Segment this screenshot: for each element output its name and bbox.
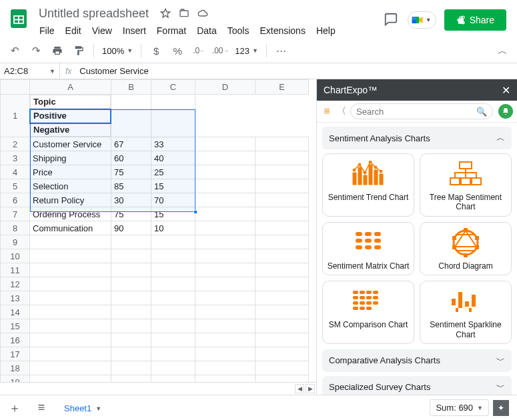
menu-file[interactable]: File	[35, 23, 59, 38]
row-header[interactable]: 7	[1, 207, 30, 221]
sheet-tab[interactable]: Sheet1 ▼	[56, 395, 109, 421]
row-header[interactable]: 10	[1, 249, 30, 263]
cell[interactable]	[195, 179, 255, 193]
search-input[interactable]	[356, 107, 474, 117]
meet-button[interactable]: ▼	[408, 11, 436, 29]
row-header[interactable]: 18	[1, 361, 30, 375]
row-header[interactable]: 5	[1, 179, 30, 193]
cell[interactable]: 33	[151, 137, 195, 151]
row-header[interactable]: 2	[1, 137, 30, 151]
cell[interactable]	[255, 193, 309, 207]
cell[interactable]: Negative	[30, 123, 111, 137]
menu-data[interactable]: Data	[192, 23, 221, 38]
col-header[interactable]: B	[111, 80, 151, 95]
comments-icon[interactable]	[384, 12, 400, 28]
cell[interactable]	[111, 95, 151, 137]
menu-insert[interactable]: Insert	[118, 23, 151, 38]
increase-decimal-icon[interactable]: .00→	[211, 41, 229, 60]
row-header[interactable]: 6	[1, 193, 30, 207]
star-icon[interactable]	[159, 7, 171, 19]
row-header[interactable]: 3	[1, 151, 30, 165]
cell[interactable]: Topic	[30, 95, 111, 109]
menu-extensions[interactable]: Extensions	[255, 23, 310, 38]
cell[interactable]	[255, 137, 309, 151]
scroll-left-icon[interactable]: ◀	[295, 384, 304, 393]
number-format-select[interactable]: 123▼	[232, 46, 261, 56]
zoom-select[interactable]: 100%▼	[99, 46, 135, 56]
print-icon[interactable]	[48, 41, 67, 60]
cell[interactable]	[255, 151, 309, 165]
cell[interactable]: 67	[111, 137, 151, 151]
cell[interactable]: 60	[111, 151, 151, 165]
chart-option[interactable]: Sentiment Trend Chart	[322, 153, 414, 217]
chart-option[interactable]: SM Comparison Chart	[322, 281, 414, 344]
menu-edit[interactable]: Edit	[61, 23, 86, 38]
cell[interactable]	[195, 165, 255, 179]
cell[interactable]: 85	[111, 179, 151, 193]
chevron-down-icon[interactable]: ▼	[95, 405, 101, 412]
redo-icon[interactable]: ↷	[27, 41, 45, 60]
cell[interactable]: Ordering Process	[30, 207, 111, 221]
row-header[interactable]: 9	[1, 235, 30, 249]
row-header[interactable]: 4	[1, 165, 30, 179]
currency-icon[interactable]: $	[147, 41, 165, 60]
row-header[interactable]: 19	[1, 375, 30, 383]
cell[interactable]: Selection	[30, 179, 111, 193]
spreadsheet-grid[interactable]: A B C D E 1TopicPositiveNegative 2Custom…	[0, 79, 309, 382]
menu-view[interactable]: View	[87, 23, 117, 38]
cell[interactable]: 30	[111, 193, 151, 207]
cell[interactable]: 90	[111, 221, 151, 235]
cell[interactable]: 10	[151, 221, 195, 235]
row-header[interactable]: 8	[1, 221, 30, 235]
menu-tools[interactable]: Tools	[223, 23, 254, 38]
row-header[interactable]: 17	[1, 347, 30, 361]
close-icon[interactable]: ✕	[502, 84, 510, 97]
cell[interactable]	[151, 95, 195, 137]
cell[interactable]	[195, 207, 255, 221]
cell[interactable]: Customer Service	[30, 137, 111, 151]
scroll-right-icon[interactable]: ▶	[306, 384, 315, 393]
col-header[interactable]: D	[195, 80, 255, 95]
cell[interactable]: Shipping	[30, 151, 111, 165]
more-tools-icon[interactable]: ⋯	[272, 41, 291, 60]
cell[interactable]: Return Policy	[30, 193, 111, 207]
cell[interactable]	[255, 179, 309, 193]
row-header[interactable]: 1	[1, 95, 30, 137]
formula-input[interactable]: Customer Service	[77, 66, 517, 76]
share-button[interactable]: Share	[444, 9, 506, 31]
add-sheet-button[interactable]: ＋	[3, 398, 27, 418]
cell[interactable]	[195, 137, 255, 151]
row-header[interactable]: 14	[1, 305, 30, 319]
chart-option[interactable]: Tree Map Sentiment Chart	[420, 153, 512, 217]
cell[interactable]: 75	[111, 165, 151, 179]
cell[interactable]: 75	[111, 207, 151, 221]
undo-icon[interactable]: ↶	[5, 41, 24, 60]
cell[interactable]: Price	[30, 165, 111, 179]
back-icon[interactable]: 〈	[336, 105, 348, 117]
cell[interactable]: 70	[151, 193, 195, 207]
collapse-toolbar-icon[interactable]: ︿	[493, 41, 512, 60]
chart-option[interactable]: Chord Diagram	[420, 222, 512, 275]
doc-title[interactable]: Untitled spreadsheet	[35, 6, 153, 21]
percent-icon[interactable]: %	[168, 41, 187, 60]
move-icon[interactable]	[178, 7, 190, 19]
cell[interactable]: Communication	[30, 221, 111, 235]
menu-format[interactable]: Format	[152, 23, 191, 38]
section-sentiment[interactable]: Sentiment Analysis Charts ︿	[322, 127, 512, 149]
search-field[interactable]: 🔍	[350, 103, 493, 119]
select-all-corner[interactable]	[1, 80, 30, 95]
row-header[interactable]: 12	[1, 277, 30, 291]
row-header[interactable]: 16	[1, 333, 30, 347]
row-header[interactable]: 15	[1, 319, 30, 333]
cell[interactable]	[255, 221, 309, 235]
section-comparative[interactable]: Comparative Analysis Charts ﹀	[322, 349, 512, 372]
name-box[interactable]: A2:C8▼	[0, 63, 60, 79]
menu-help[interactable]: Help	[312, 23, 340, 38]
cell[interactable]: 15	[151, 207, 195, 221]
col-header[interactable]: C	[151, 80, 195, 95]
sheets-logo[interactable]	[5, 5, 32, 32]
cell[interactable]	[195, 193, 255, 207]
cell[interactable]	[255, 165, 309, 179]
all-sheets-button[interactable]: ≡	[29, 398, 53, 418]
cell[interactable]: 25	[151, 165, 195, 179]
